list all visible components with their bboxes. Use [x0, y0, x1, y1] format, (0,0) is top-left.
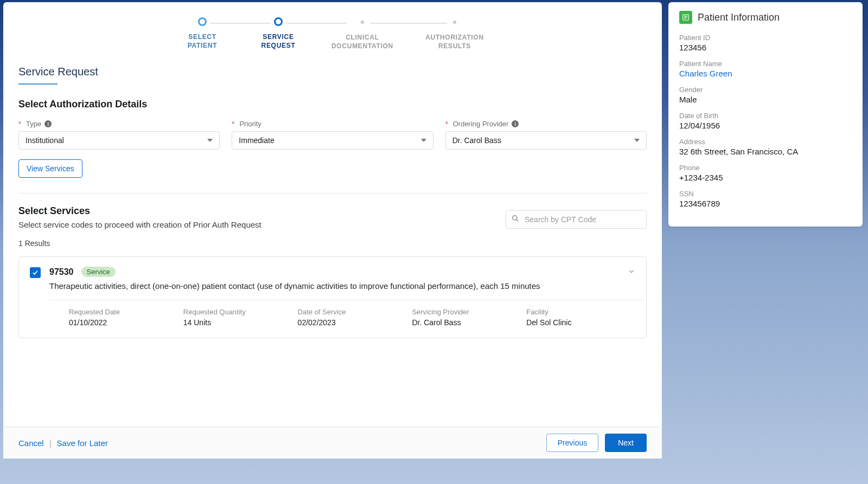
info-icon[interactable]: i [512, 120, 519, 127]
patient-name-label: Patient Name [679, 60, 852, 68]
facility-label: Facility [526, 308, 635, 316]
type-label: Type [26, 120, 41, 128]
dos-value: 02/02/2023 [298, 318, 407, 327]
required-indicator: * [232, 120, 234, 128]
requested-qty-value: 14 Units [183, 318, 292, 327]
priority-field: * Priority Immediate [232, 120, 433, 150]
patient-id-label: Patient ID [679, 34, 852, 42]
cancel-link[interactable]: Cancel [18, 438, 44, 448]
footer-separator: | [49, 438, 52, 448]
view-services-button[interactable]: View Services [18, 159, 82, 178]
section-divider [18, 193, 647, 193]
service-code: 97530 [49, 267, 74, 277]
step-dot-completed-icon [198, 17, 207, 26]
svg-line-1 [516, 220, 519, 222]
chevron-down-icon [628, 268, 635, 275]
type-field: * Type i Institutional [18, 120, 220, 150]
service-description: Therapeutic activities, direct (one-on-o… [49, 280, 635, 292]
patient-name-link[interactable]: Charles Green [679, 69, 852, 78]
patient-info-icon [679, 11, 692, 24]
step-dot-active-icon [274, 17, 283, 26]
step-service-request[interactable]: SERVICEREQUEST [240, 17, 316, 50]
step-label: SELECTPATIENT [188, 33, 217, 50]
ordering-provider-select[interactable]: Dr. Carol Bass [445, 131, 647, 150]
service-checkbox[interactable] [30, 267, 41, 278]
info-icon[interactable]: i [44, 120, 52, 127]
chevron-down-icon [207, 139, 213, 142]
step-clinical-documentation[interactable]: CLINICALDOCUMENTATION [316, 17, 409, 50]
step-label: CLINICALDOCUMENTATION [331, 33, 393, 50]
ordering-provider-field: * Ordering Provider i Dr. Carol Bass [445, 120, 647, 150]
patient-id-value: 123456 [679, 43, 852, 52]
ssn-value: 123456789 [679, 199, 852, 208]
ordering-provider-label: Ordering Provider [453, 120, 509, 128]
servicing-provider-label: Servicing Provider [412, 308, 521, 316]
ssn-label: SSN [679, 190, 852, 198]
step-select-patient[interactable]: SELECTPATIENT [164, 17, 240, 50]
chevron-down-icon [634, 139, 640, 142]
requested-date-value: 01/10/2022 [69, 318, 178, 327]
results-count: 1 Results [18, 239, 647, 248]
priority-label: Priority [239, 120, 261, 128]
auth-details-heading: Select Authorization Details [18, 99, 647, 110]
cpt-search-box[interactable] [506, 210, 647, 229]
requested-date-label: Requested Date [69, 308, 178, 316]
search-icon [512, 215, 519, 224]
select-services-heading: Select Services [18, 205, 261, 217]
phone-value: +1234-2345 [679, 173, 852, 182]
ordering-provider-value: Dr. Carol Bass [452, 136, 501, 145]
servicing-provider-value: Dr. Carol Bass [412, 318, 521, 327]
priority-select[interactable]: Immediate [232, 131, 433, 150]
save-for-later-link[interactable]: Save for Later [57, 438, 108, 448]
type-value: Institutional [25, 136, 64, 145]
step-label: AUTHORIZATIONRESULTS [425, 33, 484, 50]
step-authorization-results[interactable]: AUTHORIZATIONRESULTS [409, 17, 501, 50]
gender-value: Male [679, 95, 852, 104]
main-panel: SELECTPATIENT SERVICEREQUEST CLINICALDOC… [3, 2, 662, 459]
patient-info-title: Patient Information [698, 12, 780, 23]
page-title: Service Request [18, 66, 98, 78]
svg-point-0 [513, 216, 517, 220]
dob-label: Date of Birth [679, 112, 852, 120]
service-badge: Service [81, 267, 116, 277]
type-select[interactable]: Institutional [18, 131, 220, 150]
required-indicator: * [445, 120, 448, 128]
next-button[interactable]: Next [605, 434, 647, 452]
dob-value: 12/04/1956 [679, 121, 852, 130]
step-dot-pending-icon [453, 21, 456, 24]
previous-button[interactable]: Previous [546, 434, 598, 452]
phone-label: Phone [679, 164, 852, 172]
title-underline [18, 83, 58, 85]
patient-info-panel: Patient Information Patient ID 123456 Pa… [668, 2, 863, 227]
select-services-subtext: Select service codes to proceed with cre… [18, 220, 261, 229]
address-label: Address [679, 138, 852, 146]
chevron-down-icon [421, 139, 426, 142]
gender-label: Gender [679, 86, 852, 94]
address-value: 32 6th Street, San Francisco, CA [679, 147, 852, 156]
priority-value: Immediate [239, 136, 274, 145]
footer-bar: Cancel | Save for Later Previous Next [3, 427, 662, 459]
service-card: 97530 Service Therapeutic activities, di… [18, 256, 647, 338]
step-label: SERVICEREQUEST [261, 33, 296, 50]
step-dot-pending-icon [361, 21, 364, 24]
facility-value: Del Sol Clinic [526, 318, 635, 327]
check-icon [32, 269, 39, 276]
requested-qty-label: Requested Quantity [183, 308, 292, 316]
collapse-toggle[interactable] [628, 268, 635, 278]
dos-label: Date of Service [298, 308, 407, 316]
required-indicator: * [18, 120, 21, 128]
progress-stepper: SELECTPATIENT SERVICEREQUEST CLINICALDOC… [18, 17, 647, 50]
cpt-search-input[interactable] [525, 215, 641, 224]
